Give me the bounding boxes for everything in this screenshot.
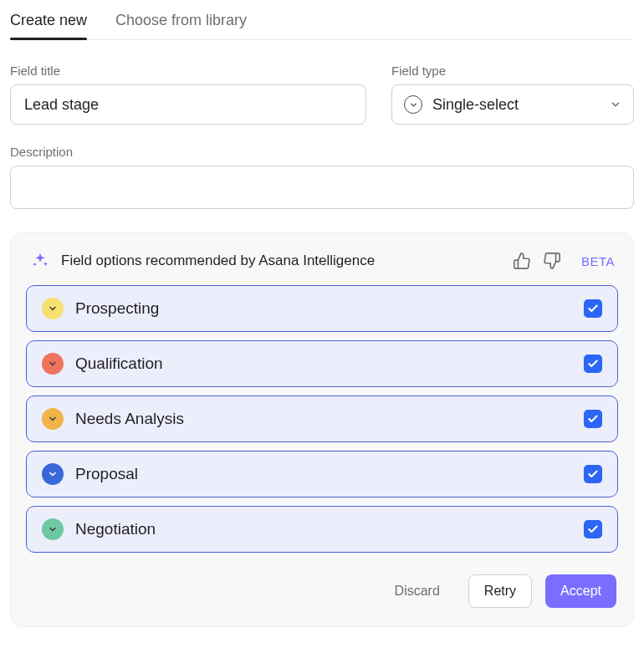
option-color-chip <box>42 463 64 485</box>
single-select-icon <box>404 95 422 114</box>
ai-header: Field options recommended by Asana Intel… <box>26 248 618 285</box>
option-row[interactable]: Negotiation <box>26 506 618 553</box>
feedback-group <box>513 252 561 270</box>
ai-actions: Discard Retry Accept <box>26 574 618 608</box>
thumbs-up-icon[interactable] <box>513 252 531 270</box>
option-label: Qualification <box>75 355 572 373</box>
field-title-label: Field title <box>10 64 366 78</box>
description-label: Description <box>10 145 634 159</box>
option-color-chip <box>42 518 64 540</box>
thumbs-down-icon[interactable] <box>543 252 561 270</box>
field-title-group: Field title <box>10 64 366 125</box>
option-label: Needs Analysis <box>75 410 572 428</box>
field-type-label: Field type <box>391 64 634 78</box>
option-label: Negotiation <box>75 520 572 538</box>
retry-button[interactable]: Retry <box>468 574 532 608</box>
ai-title: Field options recommended by Asana Intel… <box>61 253 501 269</box>
accept-button[interactable]: Accept <box>545 574 616 608</box>
discard-button[interactable]: Discard <box>380 574 455 608</box>
option-row[interactable]: Needs Analysis <box>26 395 618 442</box>
field-type-select[interactable]: Single-select <box>391 84 634 125</box>
ai-options: ProspectingQualificationNeeds AnalysisPr… <box>26 285 618 553</box>
option-row[interactable]: Qualification <box>26 340 618 387</box>
option-checkbox[interactable] <box>584 355 602 373</box>
option-color-chip <box>42 298 64 319</box>
option-label: Proposal <box>75 465 572 483</box>
option-checkbox[interactable] <box>584 299 602 318</box>
option-label: Prospecting <box>75 299 572 318</box>
field-title-input[interactable] <box>10 84 366 125</box>
tab-create-new[interactable]: Create new <box>10 5 87 39</box>
beta-label: BETA <box>581 254 615 268</box>
field-type-value: Single-select <box>432 96 600 114</box>
ai-panel: Field options recommended by Asana Intel… <box>10 232 634 627</box>
sparkle-icon <box>31 252 49 270</box>
option-color-chip <box>42 353 64 375</box>
description-input[interactable] <box>10 166 634 209</box>
option-checkbox[interactable] <box>584 410 602 428</box>
tabs: Create new Choose from library <box>10 0 634 40</box>
field-type-group: Field type Single-select <box>391 64 634 125</box>
option-color-chip <box>42 408 64 430</box>
option-checkbox[interactable] <box>584 520 602 538</box>
option-checkbox[interactable] <box>584 465 602 483</box>
option-row[interactable]: Prospecting <box>26 285 618 332</box>
description-group: Description <box>10 145 634 209</box>
option-row[interactable]: Proposal <box>26 451 618 497</box>
tab-choose-library[interactable]: Choose from library <box>115 5 247 39</box>
form-row: Field title Field type Single-select <box>10 64 634 125</box>
chevron-down-icon <box>610 99 621 110</box>
